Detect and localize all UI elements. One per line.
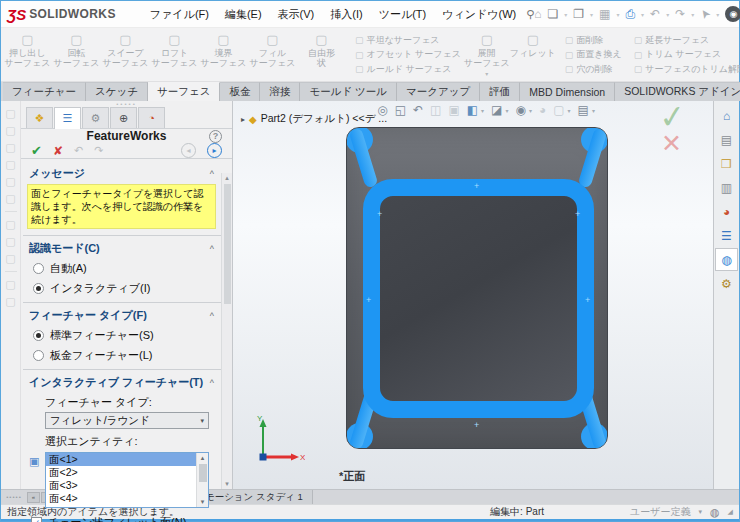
ok-button[interactable]: ✔ — [31, 143, 42, 158]
revolve-surface-button[interactable]: ▢回転サーフェス — [52, 30, 101, 79]
delete-hole-button[interactable]: ▢穴の削除 — [565, 63, 622, 76]
graphics-viewport[interactable]: ◎ ◱ ↶ ◫ ▣ ◧▾ ◪▾ ◉▾ ◕ ▢▾ ▤▾ ▸ ◆ Part2 (デフ… — [233, 101, 713, 489]
undo-button[interactable]: ↶ — [74, 144, 83, 157]
confirm-ok-icon[interactable]: ✓ — [658, 101, 707, 133]
menu-edit[interactable]: 編集(E) — [217, 7, 270, 22]
hide-show-caret-icon[interactable]: ▾ — [529, 107, 532, 114]
tree-item-part2[interactable]: Part2 (デフォルト) <<デ ... — [261, 112, 387, 126]
entity-list[interactable]: 面<1> 面<2> 面<3> 面<4> ▴ ▾ — [45, 452, 209, 508]
units-globe-icon[interactable]: ◍ — [710, 506, 720, 519]
interactive-features-header[interactable]: インタラクティブ フィーチャー(T) ^ — [29, 375, 214, 390]
select-caret-icon[interactable]: ▾ — [716, 11, 719, 18]
menu-pin-icon[interactable]: ⚲ — [526, 8, 534, 21]
radio-interactive[interactable]: インタラクティブ(I) — [33, 281, 216, 296]
tab-moldtools[interactable]: モールド ツール — [300, 82, 397, 101]
zoom-area-icon[interactable]: ◱ — [395, 103, 406, 117]
new-file-icon[interactable]: ❏ — [548, 7, 559, 21]
view-settings-icon[interactable]: ▤ — [578, 103, 589, 117]
view-settings-caret-icon[interactable]: ▾ — [592, 107, 595, 114]
taskpane-settings-icon[interactable]: ⚙ — [715, 272, 738, 295]
undo-icon[interactable]: ↶ — [650, 7, 660, 21]
offset-surface-button[interactable]: ▢オフセット サーフェス — [355, 48, 461, 61]
list-item-face3[interactable]: 面<3> — [46, 479, 196, 492]
trim-surface-button[interactable]: ▢トリム サーフェス — [634, 48, 740, 61]
list-item-face2[interactable]: 面<2> — [46, 466, 196, 479]
scroll-up-icon[interactable]: ▴ — [201, 454, 205, 462]
replace-face-button[interactable]: ▢面置き換え — [565, 48, 622, 61]
redo-icon[interactable]: ↷ — [675, 7, 685, 21]
menu-insert[interactable]: 挿入(I) — [322, 7, 370, 22]
ruled-surface-button[interactable]: ▢ルールド サーフェス — [355, 63, 461, 76]
menu-view[interactable]: 表示(V) — [270, 7, 323, 22]
next-button[interactable]: ▸ — [207, 143, 222, 158]
chain-fillet-checkbox[interactable]: ✓ チェーン状フィレット面(N) — [31, 515, 216, 522]
custom-properties-icon[interactable]: ☰ — [715, 224, 738, 247]
scroll-thumb[interactable] — [199, 464, 207, 482]
untrim-surface-button[interactable]: ▢サーフェスのトリム解除 — [634, 63, 740, 76]
new-file-caret-icon[interactable]: ▾ — [564, 11, 567, 18]
tab-evaluate[interactable]: 評価 — [480, 82, 520, 101]
tab-mbd-dimension[interactable]: MBD Dimension — [520, 82, 615, 101]
message-section-header[interactable]: メッセージ ^ — [29, 166, 214, 181]
save-icon[interactable]: ▦ — [599, 7, 610, 21]
feature-type-dropdown[interactable]: フィレット/ラウンド ▾ — [45, 412, 209, 429]
account-icon[interactable]: ◉ — [725, 6, 740, 22]
back-button[interactable]: ◂ — [181, 143, 196, 158]
view-palette-icon[interactable]: ▥ — [715, 176, 738, 199]
list-item-face1[interactable]: 面<1> — [46, 453, 196, 466]
3d-drawing-view-icon[interactable]: ▣ — [448, 103, 459, 117]
tree-expand-icon[interactable]: ▸ — [241, 115, 245, 124]
redo-caret-icon[interactable]: ▾ — [691, 11, 694, 18]
planar-surface-button[interactable]: ▢平坦なサーフェス — [355, 34, 461, 47]
edit-appearance-icon[interactable]: ◕ — [539, 103, 546, 117]
panel-scroll-down-icon[interactable]: ▾ — [225, 480, 229, 488]
panel-scrollbar[interactable]: ▴ ▾ — [221, 173, 232, 489]
select-cursor-icon[interactable]: ➤ — [697, 6, 714, 22]
radio-automatic[interactable]: 自動(A) — [33, 261, 216, 276]
tab-markup[interactable]: マークアップ — [397, 82, 480, 101]
open-file-caret-icon[interactable]: ▾ — [590, 11, 593, 18]
fill-surface-button[interactable]: ▢フィルサーフェス — [248, 30, 297, 79]
featureworks-help-icon[interactable]: ? — [209, 130, 222, 143]
hide-show-items-icon[interactable]: ◉ — [515, 103, 525, 117]
freeform-button[interactable]: ▢自由形状 — [297, 30, 346, 79]
menu-tools[interactable]: ツール(T) — [371, 7, 435, 22]
menu-window[interactable]: ウィンドウ(W) — [434, 7, 524, 22]
file-explorer-icon[interactable]: ❒ — [715, 152, 738, 175]
configuration-caret-icon[interactable]: ▾ — [698, 508, 702, 516]
taskpane-home-icon[interactable]: ⌂ — [715, 104, 738, 127]
boundary-surface-button[interactable]: ▢境界サーフェス — [199, 30, 248, 79]
fillet-button[interactable]: ▢フィレット — [510, 30, 556, 79]
selected-fillet-ring-face[interactable] — [363, 179, 594, 418]
extrude-surface-button[interactable]: ▢押し出しサーフェス — [3, 30, 52, 79]
tab-features[interactable]: フィーチャー — [3, 82, 86, 101]
collapse-chevron-icon[interactable]: ^ — [210, 169, 214, 179]
list-item-face4[interactable]: 面<4> — [46, 492, 196, 505]
extend-surface-button[interactable]: ▢延長サーフェス — [634, 34, 740, 47]
solidworks-forum-icon[interactable]: ◍ — [715, 248, 738, 271]
part-model[interactable]: + + + + + + — [346, 127, 608, 449]
section-view-icon[interactable]: ◫ — [430, 103, 441, 117]
tab-dimxpert[interactable]: ⊕ — [110, 107, 137, 128]
resize-grip-icon[interactable]: ◢ — [728, 508, 733, 516]
open-file-icon[interactable]: ❐ — [573, 7, 584, 21]
sweep-surface-button[interactable]: ▢スイープサーフェス — [101, 30, 150, 79]
appearances-icon[interactable]: ◕ — [715, 200, 738, 223]
save-caret-icon[interactable]: ▾ — [616, 11, 619, 18]
flatten-caret-icon[interactable]: ▾ — [485, 69, 488, 79]
tab-sheetmetal[interactable]: 板金 — [220, 82, 260, 101]
collapse-chevron-icon[interactable]: ^ — [210, 378, 214, 388]
previous-view-icon[interactable]: ↶ — [413, 103, 423, 117]
redo-button[interactable]: ↷ — [94, 144, 103, 157]
home-icon[interactable]: ⌂ — [534, 7, 541, 21]
design-library-icon[interactable]: ▤ — [715, 128, 738, 151]
cancel-button[interactable]: ✘ — [53, 144, 63, 158]
collapse-chevron-icon[interactable]: ^ — [210, 244, 214, 254]
view-orientation-icon[interactable]: ◧ — [467, 103, 478, 117]
tab-display-manager[interactable]: ◔ — [138, 107, 165, 128]
tab-weldments[interactable]: 溶接 — [260, 82, 300, 101]
tab-propertymanager[interactable]: ☰ — [54, 107, 81, 129]
display-style-caret-icon[interactable]: ▾ — [505, 107, 508, 114]
list-scrollbar[interactable]: ▴ ▾ — [196, 453, 208, 507]
scroll-down-icon[interactable]: ▾ — [201, 498, 205, 506]
